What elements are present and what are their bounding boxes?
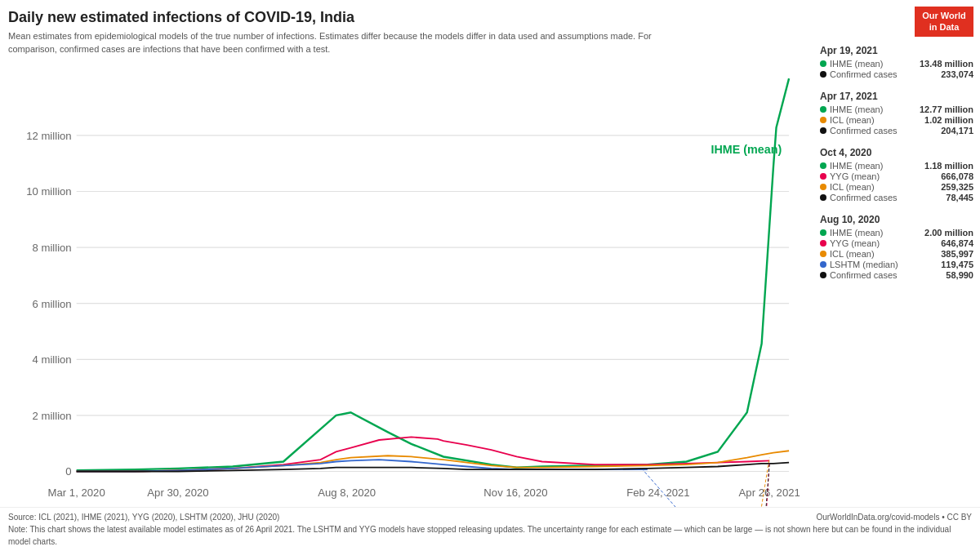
tooltip-label: IHME (mean) <box>830 228 883 238</box>
tooltip-date: Apr 19, 2021 <box>820 45 973 56</box>
tooltip-row: IHME (mean)13.48 million <box>820 59 973 69</box>
color-dot <box>820 272 826 278</box>
footer-source: Source: ICL (2021), IHME (2021), YYG (20… <box>8 513 279 522</box>
tooltip-label: IHME (mean) <box>830 104 883 114</box>
tooltip-label: ICL (mean) <box>830 115 875 125</box>
tooltip-label: Confirmed cases <box>830 126 898 136</box>
svg-text:Aug 8, 2020: Aug 8, 2020 <box>318 487 376 499</box>
tooltip-row: ICL (mean)385,997 <box>820 249 973 259</box>
tooltip-block: Oct 4, 2020IHME (mean)1.18 millionYYG (m… <box>820 147 973 202</box>
tooltip-row: Confirmed cases204,171 <box>820 126 973 136</box>
tooltip-date: Apr 17, 2021 <box>820 91 973 102</box>
tooltip-value: 58,990 <box>946 270 973 280</box>
color-dot <box>820 60 826 67</box>
svg-text:Feb 24, 2021: Feb 24, 2021 <box>626 487 689 499</box>
footer-note: Note: This chart shows the latest availa… <box>8 523 972 548</box>
tooltip-label: YYG (mean) <box>830 171 880 181</box>
ihme-annotation: IHME (mean) <box>710 143 782 156</box>
tooltip-label: ICL (mean) <box>830 249 875 259</box>
tooltip-block: Apr 19, 2021IHME (mean)13.48 millionConf… <box>820 45 973 79</box>
svg-text:Mar 1, 2020: Mar 1, 2020 <box>48 487 105 499</box>
ihme-line <box>77 78 789 470</box>
svg-text:10 million: 10 million <box>26 185 72 198</box>
tooltip-row: IHME (mean)1.18 million <box>820 161 973 171</box>
tooltip-value: 2.00 million <box>924 228 973 238</box>
svg-text:4 million: 4 million <box>32 353 71 366</box>
tooltip-value: 1.02 million <box>924 115 973 125</box>
tooltip-row: ICL (mean)1.02 million <box>820 115 973 125</box>
color-dot <box>820 194 826 201</box>
tooltip-value: 204,171 <box>941 126 973 136</box>
color-dot <box>820 71 826 78</box>
owid-logo: Our World in Data <box>915 7 973 37</box>
yyg-line <box>77 438 770 472</box>
tooltip-value: 666,078 <box>941 171 973 181</box>
chart-subtitle: Mean estimates from epidemiological mode… <box>8 30 678 56</box>
tooltip-label: LSHTM (median) <box>830 260 898 269</box>
color-dot <box>820 106 826 113</box>
color-dot <box>820 127 826 134</box>
tooltip-row: Confirmed cases58,990 <box>820 270 973 280</box>
svg-line-21 <box>763 462 769 507</box>
tooltip-label: Confirmed cases <box>830 69 898 79</box>
svg-text:6 million: 6 million <box>32 298 71 310</box>
tooltip-block: Apr 17, 2021IHME (mean)12.77 millionICL … <box>820 91 973 136</box>
color-dot <box>820 251 826 257</box>
footer: Source: ICL (2021), IHME (2021), YYG (20… <box>0 507 980 551</box>
svg-text:Apr 30, 2020: Apr 30, 2020 <box>147 487 208 499</box>
color-dot <box>820 173 826 180</box>
color-dot <box>820 261 826 268</box>
tooltip-row: IHME (mean)2.00 million <box>820 228 973 238</box>
tooltip-label: ICL (mean) <box>830 182 875 192</box>
tooltip-value: 259,325 <box>941 182 973 192</box>
tooltip-label: Confirmed cases <box>830 270 898 280</box>
svg-text:8 million: 8 million <box>32 242 71 254</box>
tooltip-value: 78,445 <box>946 193 973 202</box>
tooltip-row: Confirmed cases78,445 <box>820 193 973 202</box>
tooltip-value: 646,874 <box>941 238 973 248</box>
tooltip-row: YYG (mean)666,078 <box>820 171 973 181</box>
tooltip-value: 1.18 million <box>924 161 973 171</box>
tooltip-value: 12.77 million <box>920 104 973 114</box>
footer-credit: OurWorldInData.org/covid-models • CC BY <box>816 511 972 523</box>
tooltip-label: IHME (mean) <box>830 59 883 69</box>
tooltip-date: Aug 10, 2020 <box>820 214 973 225</box>
svg-text:12 million: 12 million <box>26 130 72 142</box>
tooltip-row: Confirmed cases233,074 <box>820 69 973 79</box>
color-dot <box>820 162 826 169</box>
tooltip-row: YYG (mean)646,874 <box>820 238 973 248</box>
svg-text:Nov 16, 2020: Nov 16, 2020 <box>483 487 547 499</box>
tooltip-value: 13.48 million <box>920 59 973 69</box>
tooltip-label: YYG (mean) <box>830 238 880 248</box>
svg-text:0: 0 <box>65 465 71 478</box>
main-chart: 0 2 million 4 million 6 million 8 millio… <box>8 59 808 507</box>
tooltip-row: IHME (mean)12.77 million <box>820 104 973 114</box>
tooltip-value: 233,074 <box>941 69 973 79</box>
svg-line-22 <box>760 464 769 507</box>
svg-text:2 million: 2 million <box>32 410 71 422</box>
tooltip-label: Confirmed cases <box>830 193 898 202</box>
tooltip-block: Aug 10, 2020IHME (mean)2.00 millionYYG (… <box>820 214 973 280</box>
chart-title: Daily new estimated infections of COVID-… <box>8 8 808 27</box>
color-dot <box>820 229 826 236</box>
tooltip-row: ICL (mean)259,325 <box>820 182 973 192</box>
tooltip-row: LSHTM (median)119,475 <box>820 260 973 269</box>
tooltip-label: IHME (mean) <box>830 161 883 171</box>
tooltip-date: Oct 4, 2020 <box>820 147 973 158</box>
svg-text:Apr 26, 2021: Apr 26, 2021 <box>739 487 800 499</box>
color-dot <box>820 184 826 190</box>
color-dot <box>820 117 826 123</box>
tooltip-value: 119,475 <box>941 260 973 269</box>
sidebar: Our World in Data Apr 19, 2021IHME (mean… <box>817 0 980 507</box>
color-dot <box>820 240 826 247</box>
tooltip-value: 385,997 <box>941 249 973 259</box>
